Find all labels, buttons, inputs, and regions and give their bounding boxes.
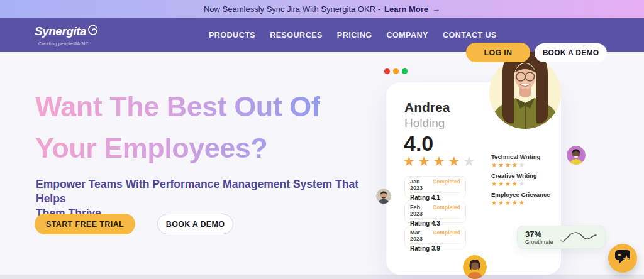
stars-filled: ★★★★★ [491,199,526,206]
landing-page: Now Seamlessly Sync Jira With Synergita … [0,0,644,279]
hero-title-line1: Want The Best Out Of [35,86,320,128]
skill-name: Creative Writing [491,172,537,179]
window-traffic-dots [384,68,408,74]
nav-menu: PRODUCTS RESOURCES PRICING COMPANY CONTA… [209,18,497,52]
start-free-trial-button[interactable]: START FREE TRIAL [35,214,135,234]
stars-filled: ★★★★ [403,154,463,168]
review-month: Feb 2023 [410,204,433,217]
skill-technical-writing: Technical Writing ★★★★★ [491,153,540,168]
section-divider [0,275,644,279]
avatar-man-yellow-shirt [567,146,586,165]
skill-name: Technical Writing [491,153,540,160]
hero-title: Want The Best Out Of Your Employees? [35,86,320,169]
growth-rate-label: Growth rate [525,239,553,245]
stars-filled: ★★★★ [491,180,519,187]
nav-item-contact-us[interactable]: CONTACT US [443,31,497,40]
skill-employee-grievance: Employee Grievance ★★★★★ [491,191,550,206]
navbar: Synergita Creating peopleMAGIC PRODUCTS … [0,18,644,52]
nav-item-company[interactable]: COMPANY [386,31,428,40]
skill-star-rating: ★★★★★ [491,161,540,168]
nav-item-resources[interactable]: RESOURCES [270,31,323,40]
review-status-badge: Completed [433,178,460,185]
review-rating: Rating 3.9 [410,245,460,252]
red-dot-icon [384,68,390,74]
nav-book-a-demo-button[interactable]: BOOK A DEMO [535,43,607,62]
growth-rate-badge: 37% Growth rate [517,226,606,249]
stars-empty: ★ [463,154,478,168]
skill-creative-writing: Creative Writing ★★★★★ [491,172,537,187]
review-month: Mar 2023 [410,229,433,242]
overall-star-rating: ★★★★★ [403,154,478,169]
employee-last-name: Holding [404,116,445,130]
employee-first-name: Andrea [404,100,450,115]
green-dot-icon [402,68,408,74]
sparkline-icon [559,228,598,247]
skill-name: Employee Grievance [491,191,550,198]
announcement-text: Now Seamlessly Sync Jira With Synergita … [204,4,380,14]
review-card-mar[interactable]: Mar 2023 Completed Rating 3.9 [404,227,466,248]
review-card-feb[interactable]: Feb 2023 Completed Rating 4.3 [404,202,466,223]
review-month: Jan 2023 [410,178,433,191]
stars-filled: ★★★★ [491,161,519,168]
brand-logo[interactable]: Synergita Creating peopleMAGIC [35,24,92,46]
stars-empty: ★ [519,180,526,187]
review-rating: Rating 4.1 [410,194,460,201]
avatar-man-beard [376,189,391,204]
hero-book-a-demo-button[interactable]: BOOK A DEMO [157,214,233,234]
orange-dot-icon [393,68,399,74]
chat-bubble-icon [614,249,631,267]
brand-tagline: Creating peopleMAGIC [35,40,92,46]
login-button[interactable]: LOG IN [466,43,530,62]
overall-rating-value: 4.0 [404,131,433,156]
review-status-badge: Completed [433,229,460,236]
avatar-woman-orange-top [463,255,487,279]
skill-star-rating: ★★★★★ [491,199,550,206]
review-rating: Rating 4.3 [410,220,460,227]
growth-rate-value: 37% [525,230,553,239]
brand-name: Synergita [35,25,86,38]
arrow-right-icon: → [432,4,440,14]
hero-title-line2: Your Employees? [35,128,320,169]
review-status-badge: Completed [433,204,460,211]
nav-item-pricing[interactable]: PRICING [337,31,372,40]
skill-star-rating: ★★★★★ [491,180,537,187]
announcement-banner: Now Seamlessly Sync Jira With Synergita … [0,0,644,18]
swirl-logo-icon [87,24,98,38]
announcement-learn-more-link[interactable]: Learn More [384,4,428,14]
stars-empty: ★ [519,161,526,168]
nav-item-products[interactable]: PRODUCTS [209,31,255,40]
review-card-jan[interactable]: Jan 2023 Completed Rating 4.1 [404,176,466,197]
chat-widget-button[interactable] [608,244,637,273]
